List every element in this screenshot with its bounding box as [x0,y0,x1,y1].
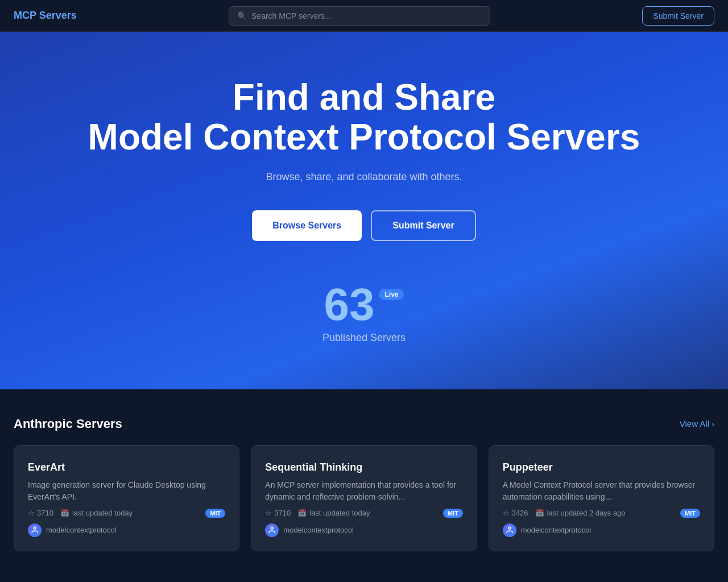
card-stars: ☆ 3710 [265,509,291,517]
server-card[interactable]: EverArt Image generation server for Clau… [14,445,239,551]
submit-server-button-nav[interactable]: Submit Server [642,6,714,26]
stats-label: Published Servers [322,332,406,344]
hero-stats: 63 Live Published Servers [322,282,406,344]
new-servers-section: New Servers [0,574,728,582]
card-title: Sequential Thinking [265,462,462,473]
hero-section: Find and Share Model Context Protocol Se… [0,32,728,389]
calendar-icon: 📅 [60,509,69,517]
nav-logo[interactable]: MCP Servers [14,10,77,22]
author-icon [503,523,516,537]
author-name: modelcontextprotocol [46,526,117,534]
license-badge: MIT [443,509,463,518]
card-author: modelcontextprotocol [265,523,462,537]
live-badge: Live [379,289,404,300]
card-description: A Model Context Protocol server that pro… [503,479,700,503]
card-title: EverArt [28,462,225,473]
star-icon: ☆ [503,509,510,517]
calendar-icon: 📅 [535,509,544,517]
chevron-right-icon: › [712,419,714,429]
hero-buttons: Browse Servers Submit Server [252,210,475,241]
search-bar: 🔍 [229,6,490,26]
server-card[interactable]: Puppeteer A Model Context Protocol serve… [489,445,714,551]
navbar: MCP Servers 🔍 Submit Server [0,0,728,32]
view-all-link[interactable]: View All › [680,419,714,429]
card-meta: ☆ 3426 📅 last updated 2 days ago MIT [503,509,700,518]
card-stars: ☆ 3710 [28,509,53,517]
search-icon: 🔍 [237,11,247,20]
anthropic-section: Anthropic Servers View All › EverArt Ima… [14,417,714,551]
server-card[interactable]: Sequential Thinking An MCP server implem… [251,445,477,551]
card-updated: 📅 last updated today [60,509,133,517]
section-header-anthropic: Anthropic Servers View All › [14,417,714,431]
card-updated: 📅 last updated 2 days ago [535,509,626,517]
license-badge: MIT [205,509,225,518]
card-description: An MCP server implementation that provid… [265,479,462,503]
card-meta: ☆ 3710 📅 last updated today MIT [265,509,462,518]
card-description: Image generation server for Claude Deskt… [28,479,225,503]
card-title: Puppeteer [503,462,700,473]
content-area: Anthropic Servers View All › EverArt Ima… [0,389,728,574]
author-icon [265,523,279,537]
card-meta: ☆ 3710 📅 last updated today MIT [28,509,225,518]
star-icon: ☆ [28,509,35,517]
card-updated: 📅 last updated today [297,509,370,517]
star-icon: ☆ [265,509,272,517]
author-name: modelcontextprotocol [283,526,354,534]
card-stars: ☆ 3426 [503,509,528,517]
browse-servers-button[interactable]: Browse Servers [252,210,362,241]
anthropic-section-title: Anthropic Servers [14,417,122,431]
calendar-icon: 📅 [297,509,307,517]
hero-subtitle: Browse, share, and collaborate with othe… [266,171,462,183]
card-author: modelcontextprotocol [503,523,700,537]
license-badge: MIT [680,509,700,518]
submit-server-button-hero[interactable]: Submit Server [371,210,475,241]
cards-grid: EverArt Image generation server for Clau… [14,445,714,551]
author-name: modelcontextprotocol [521,526,592,534]
published-count: 63 [324,282,374,327]
search-input[interactable] [251,11,482,20]
author-icon [28,523,42,537]
card-author: modelcontextprotocol [28,523,225,537]
hero-title: Find and Share Model Context Protocol Se… [88,77,640,157]
